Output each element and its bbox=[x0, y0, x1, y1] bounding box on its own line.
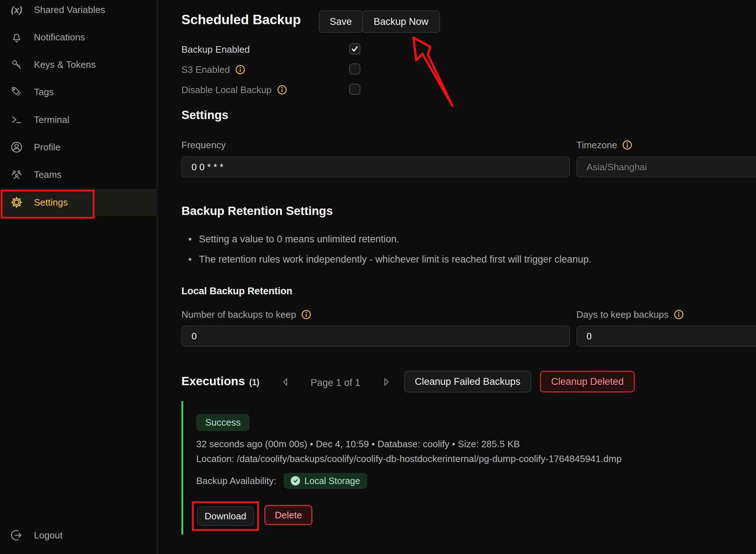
s3-enabled-checkbox[interactable] bbox=[349, 63, 360, 75]
svg-text:(x): (x) bbox=[11, 5, 22, 15]
download-annotation-box: Download bbox=[192, 501, 259, 531]
logout-button[interactable]: Logout bbox=[0, 522, 158, 549]
availability-label: Backup Availability: bbox=[196, 475, 276, 487]
disable-local-backup-checkbox[interactable] bbox=[349, 84, 360, 95]
app-root: (x) Shared Variables Notifications Keys … bbox=[0, 0, 756, 554]
number-backups-input[interactable] bbox=[181, 326, 570, 347]
chevron-left-icon[interactable] bbox=[281, 377, 290, 387]
availability-row: Backup Availability: Local Storage bbox=[196, 472, 367, 489]
s3-enabled-row: S3 Enabled bbox=[181, 63, 246, 76]
execution-card: Success 32 seconds ago (00m 00s) • Dec 4… bbox=[181, 401, 756, 535]
sidebar-item-label: Tags bbox=[34, 87, 54, 98]
sidebar-item-label: Shared Variables bbox=[34, 4, 105, 16]
bullet-dot: • bbox=[188, 234, 192, 245]
chevron-right-icon[interactable] bbox=[382, 377, 391, 387]
timezone-label: Timezone bbox=[576, 139, 633, 151]
disable-local-backup-row: Disable Local Backup bbox=[181, 84, 287, 96]
bullet-dot: • bbox=[188, 254, 192, 265]
sidebar-item-label: Profile bbox=[34, 142, 61, 153]
sidebar-item-notifications[interactable]: Notifications bbox=[0, 23, 158, 51]
backup-enabled-label: Backup Enabled bbox=[181, 44, 250, 55]
number-backups-label-text: Number of backups to keep bbox=[181, 309, 296, 320]
sidebar-item-label: Terminal bbox=[34, 114, 69, 126]
sidebar-item-label: Keys & Tokens bbox=[34, 59, 96, 70]
bullet-text: Setting a value to 0 means unlimited ret… bbox=[199, 234, 399, 245]
sidebar-item-teams[interactable]: Teams bbox=[0, 161, 158, 188]
save-button[interactable]: Save bbox=[319, 10, 363, 33]
sidebar-item-shared-variables[interactable]: (x) Shared Variables bbox=[0, 0, 158, 23]
check-circle-icon bbox=[291, 476, 300, 485]
s3-enabled-label: S3 Enabled bbox=[181, 64, 230, 75]
bullet-text: The retention rules work independently -… bbox=[199, 254, 591, 265]
gear-icon bbox=[9, 195, 24, 210]
page-indicator: Page 1 of 1 bbox=[305, 377, 366, 388]
delete-button[interactable]: Delete bbox=[264, 505, 312, 525]
info-icon[interactable] bbox=[235, 64, 246, 75]
info-icon[interactable] bbox=[673, 309, 684, 320]
user-icon bbox=[9, 140, 24, 154]
retention-bullet-2: • The retention rules work independently… bbox=[188, 254, 591, 265]
cleanup-failed-backups-button[interactable]: Cleanup Failed Backups bbox=[404, 371, 531, 392]
info-icon[interactable] bbox=[301, 309, 312, 320]
sidebar-item-keys-tokens[interactable]: Keys & Tokens bbox=[0, 51, 158, 78]
logout-label: Logout bbox=[34, 530, 63, 541]
local-storage-badge: Local Storage bbox=[284, 473, 367, 489]
days-keep-label: Days to keep backups bbox=[576, 309, 684, 320]
terminal-icon bbox=[9, 113, 24, 127]
tag-icon bbox=[9, 85, 24, 99]
execution-meta: 32 seconds ago (00m 00s) • Dec 4, 10:59 … bbox=[196, 439, 520, 450]
disable-local-backup-label: Disable Local Backup bbox=[181, 84, 272, 96]
sidebar-item-terminal[interactable]: Terminal bbox=[0, 106, 158, 133]
users-group-icon bbox=[9, 167, 24, 182]
logout-icon bbox=[9, 528, 24, 542]
sidebar: (x) Shared Variables Notifications Keys … bbox=[0, 0, 158, 554]
sidebar-item-settings[interactable]: Settings bbox=[0, 189, 158, 216]
status-badge: Success bbox=[196, 414, 250, 431]
days-keep-label-text: Days to keep backups bbox=[576, 309, 669, 320]
frequency-label-text: Frequency bbox=[181, 140, 226, 151]
shared-variables-icon: (x) bbox=[9, 3, 24, 17]
bell-icon bbox=[9, 30, 24, 44]
frequency-input[interactable] bbox=[181, 157, 570, 177]
sidebar-item-label: Notifications bbox=[34, 32, 85, 43]
executions-heading: Executions (1) bbox=[181, 374, 259, 388]
key-icon bbox=[9, 57, 24, 72]
settings-heading: Settings bbox=[181, 108, 228, 122]
number-backups-label: Number of backups to keep bbox=[181, 309, 312, 320]
local-retention-heading: Local Backup Retention bbox=[181, 286, 293, 297]
sidebar-item-label: Teams bbox=[34, 169, 62, 180]
retention-bullet-1: • Setting a value to 0 means unlimited r… bbox=[188, 234, 399, 245]
download-button[interactable]: Download bbox=[197, 506, 254, 526]
cleanup-deleted-button[interactable]: Cleanup Deleted bbox=[540, 371, 635, 392]
executions-heading-text: Executions bbox=[181, 374, 245, 388]
timezone-label-text: Timezone bbox=[576, 140, 617, 151]
local-storage-badge-text: Local Storage bbox=[304, 476, 360, 486]
page-title: Scheduled Backup bbox=[181, 12, 301, 27]
days-keep-input[interactable] bbox=[576, 326, 756, 347]
executions-count: (1) bbox=[249, 378, 259, 387]
timezone-input[interactable] bbox=[576, 157, 756, 177]
sidebar-item-label: Settings bbox=[34, 197, 68, 208]
sidebar-item-profile[interactable]: Profile bbox=[0, 133, 158, 161]
checkmark-icon bbox=[351, 45, 359, 53]
execution-location: Location: /data/coolify/backups/coolify/… bbox=[196, 453, 621, 465]
backup-now-button[interactable]: Backup Now bbox=[362, 10, 440, 33]
sidebar-item-tags[interactable]: Tags bbox=[0, 78, 158, 106]
backup-enabled-row: Backup Enabled bbox=[181, 43, 250, 56]
info-icon[interactable] bbox=[622, 140, 633, 150]
info-icon[interactable] bbox=[277, 84, 287, 95]
backup-enabled-checkbox[interactable] bbox=[349, 43, 360, 54]
retention-heading: Backup Retention Settings bbox=[181, 204, 333, 218]
frequency-label: Frequency bbox=[181, 139, 226, 151]
